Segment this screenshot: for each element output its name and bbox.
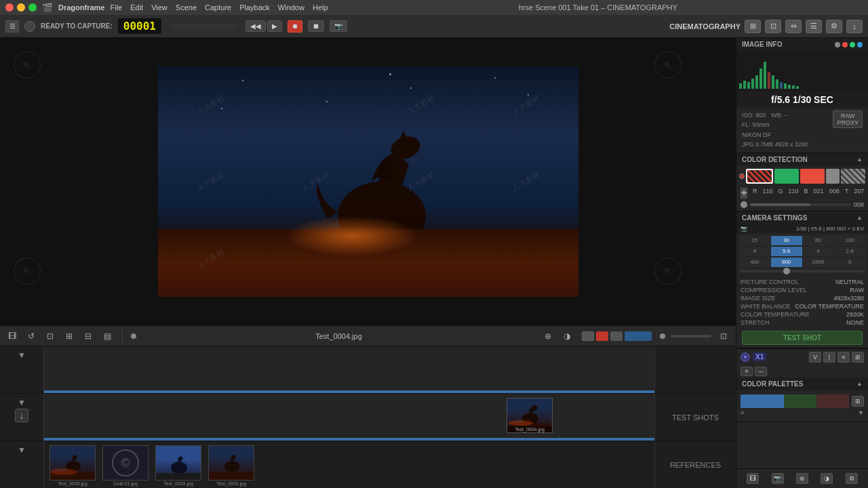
iso-opt-3[interactable]: 1600	[803, 258, 834, 267]
refresh-btn[interactable]: ↺	[24, 329, 38, 343]
x1-btn-3[interactable]: ≡	[837, 352, 850, 363]
color-btn-1[interactable]	[582, 331, 594, 341]
eyedropper-btn[interactable]: ✚	[741, 188, 747, 199]
x1-btn-1[interactable]: V	[809, 352, 821, 363]
layout-btn-3[interactable]: ⇔	[785, 20, 802, 33]
record-btn[interactable]: ⏺	[288, 20, 302, 33]
color-btn-2[interactable]	[596, 331, 608, 341]
shutter-opt-2[interactable]: 30	[771, 236, 802, 245]
menu-help[interactable]: Help	[313, 3, 328, 12]
minimize-btn[interactable]	[17, 3, 25, 12]
aperture-opt-2[interactable]: 5.6	[771, 247, 802, 256]
prev-frame-btn[interactable]: ◀◀	[245, 20, 266, 32]
camera-settings-header[interactable]: CAMERA SETTINGS ▲	[736, 211, 868, 224]
menu-capture[interactable]: Capture	[205, 3, 231, 12]
swatch-2[interactable]	[774, 169, 799, 184]
panel-icon-4[interactable]: ◑	[821, 473, 833, 484]
cd-collapse-btn[interactable]: ▲	[856, 156, 863, 163]
hist-dot-blue[interactable]	[857, 42, 863, 47]
color-palettes-header[interactable]: COLOR PALETTES ▲	[736, 378, 868, 390]
grid-btn[interactable]: ⊞	[62, 329, 76, 343]
menu-window[interactable]: Window	[278, 3, 304, 12]
ref-thumb-3[interactable]: Test_0003.jpg	[155, 445, 201, 486]
panel-icon-2[interactable]: 📷	[772, 473, 784, 484]
iso-range-slider[interactable]	[739, 270, 865, 272]
zoom-dot[interactable]	[660, 333, 665, 339]
layout-btn-1[interactable]: ⊞	[745, 20, 761, 33]
close-btn[interactable]	[5, 3, 14, 12]
panel-icon-1[interactable]: 🎞	[747, 473, 759, 484]
layout-btn-2[interactable]: ⊡	[765, 20, 781, 33]
aperture-opt-3[interactable]: 4	[803, 247, 834, 256]
maximize-btn[interactable]	[28, 3, 37, 12]
pc-value[interactable]: NEUTRAL	[835, 279, 864, 285]
playhead-dot[interactable]	[131, 333, 136, 339]
menu-toggle-btn[interactable]: ☰	[5, 20, 19, 33]
timeline-track-2[interactable]: Test_0004.jpg	[44, 394, 654, 441]
panel-icon-5[interactable]: ⚙	[846, 473, 858, 484]
fit-btn[interactable]: ⊡	[43, 329, 57, 343]
plus-btn[interactable]: +	[741, 367, 753, 376]
shutter-opt-4[interactable]: 100	[834, 236, 865, 245]
add-frame-btn[interactable]: ↓	[15, 409, 28, 422]
wb-value[interactable]: COLOR TEMPERATURE	[795, 303, 864, 310]
x1-btn-2[interactable]: |	[823, 352, 835, 363]
cp-collapse-btn[interactable]: ▲	[856, 380, 863, 387]
shutter-opt-3[interactable]: 60	[803, 236, 834, 245]
menu-bar[interactable]: File Edit View Scene Capture Playback Wi…	[110, 3, 328, 12]
swatch-1[interactable]	[746, 169, 773, 184]
palette-edit-btn[interactable]: ⊞	[852, 396, 864, 407]
hist-dot-gray[interactable]	[835, 42, 840, 47]
menu-scene[interactable]: Scene	[176, 3, 197, 12]
minus-btn[interactable]: –	[755, 367, 767, 376]
main-viewport[interactable]: 人大素材 人大素材 人大素材 人大素材 人大素材 人大素材 人大素材 人大素材	[158, 66, 578, 297]
stop-btn[interactable]: ⏹	[308, 20, 324, 32]
expand-btn[interactable]: ⊡	[717, 329, 730, 343]
overlay-btn[interactable]: ⊟	[81, 329, 95, 343]
camera-btn[interactable]: 📷	[330, 20, 347, 32]
frame-tool-btn[interactable]: 🎞	[5, 329, 19, 343]
play-btn[interactable]: ▶	[267, 20, 282, 32]
iso-opt-1[interactable]: 400	[739, 258, 770, 267]
color-btn-3[interactable]	[610, 331, 623, 341]
menu-edit[interactable]: Edit	[130, 3, 143, 12]
zoom-slider[interactable]	[671, 335, 711, 338]
menu-playback[interactable]: Playback	[239, 3, 270, 12]
swatch-4[interactable]	[826, 169, 840, 184]
image-info-header[interactable]: IMAGE INFO	[736, 38, 868, 51]
hist-dot-green[interactable]	[850, 42, 855, 47]
layout-btn-4[interactable]: ☰	[806, 20, 822, 33]
is-value[interactable]: 4928x3280	[833, 295, 864, 302]
panel-icon-3[interactable]: ⊕	[796, 473, 808, 484]
test-shot-btn[interactable]: TEST SHOT	[742, 331, 863, 345]
crosshair-btn[interactable]: ⊕	[541, 329, 555, 343]
timeline-track-1[interactable]	[44, 346, 654, 393]
menu-view[interactable]: View	[151, 3, 167, 12]
layout-btn-5[interactable]: ⚙	[826, 20, 842, 33]
layer-btn[interactable]: ▤	[100, 329, 114, 343]
test-shot-thumb[interactable]: Test_0004.jpg	[507, 398, 553, 433]
hist-dot-red[interactable]	[842, 42, 848, 47]
iso-opt-4[interactable]: 0	[834, 258, 865, 267]
ct-value[interactable]: 2920K	[846, 311, 864, 318]
timeline-ref-track[interactable]: Test_0005.jpg © Gold 01.jpg	[44, 441, 654, 488]
menu-file[interactable]: File	[110, 3, 122, 12]
onion-btn[interactable]: ◑	[560, 329, 574, 343]
ref-thumb-1[interactable]: Test_0005.jpg	[50, 445, 96, 486]
color-btn-4[interactable]	[625, 331, 652, 341]
shutter-opt-1[interactable]: 15	[739, 236, 770, 245]
swatch-5[interactable]	[841, 169, 865, 184]
cd-slider-track[interactable]	[750, 203, 851, 206]
aperture-opt-1[interactable]: 8	[739, 247, 770, 256]
color-detection-header[interactable]: COLOR DETECTION ▲	[736, 153, 868, 166]
x1-btn-4[interactable]: ⊞	[852, 352, 864, 363]
swatch-3[interactable]	[800, 169, 825, 184]
layout-btn-6[interactable]: ↕	[846, 20, 863, 33]
iso-opt-2[interactable]: 800	[771, 258, 802, 267]
ref-thumb-4[interactable]: Test_0003.jpg	[208, 445, 254, 486]
comp-value[interactable]: RAW	[850, 287, 864, 293]
raw-proxy-btn[interactable]: RAWPROXY	[833, 110, 863, 128]
cs-collapse-btn[interactable]: ▲	[856, 214, 863, 221]
ref-thumb-2[interactable]: © Gold 01.jpg	[102, 445, 149, 486]
stretch-value[interactable]: NONE	[846, 319, 864, 326]
